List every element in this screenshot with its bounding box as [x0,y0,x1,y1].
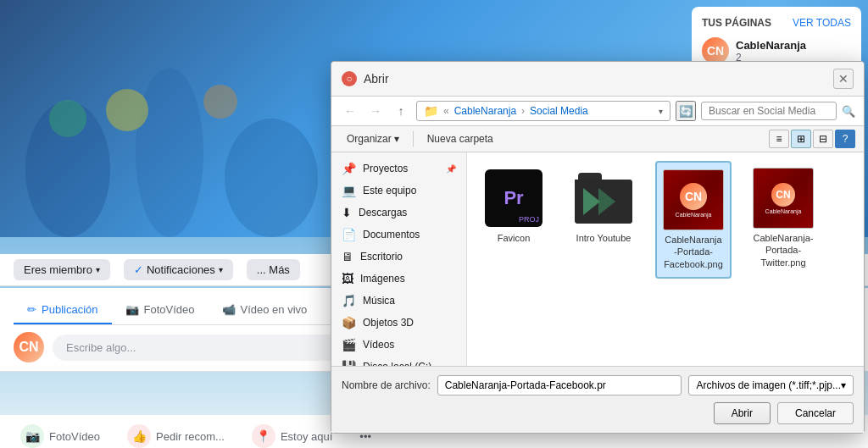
sidebar-item-videos[interactable]: 🎬 Vídeos [331,334,466,356]
desktop-icon: 🖥 [342,250,353,263]
back-button[interactable]: ← [340,101,360,121]
refresh-button[interactable]: 🔄 [676,101,696,121]
music-icon: 🎵 [342,294,356,307]
close-button[interactable]: ✕ [833,69,854,89]
dialog-overlay: ○ Abrir ✕ ← → ↑ 📁 « CableNaranja › Socia… [0,0,868,448]
new-folder-button[interactable]: Nueva carpeta [420,130,500,147]
file-item-favicon[interactable]: Pr PROJ Favicon [476,161,552,279]
cn-logo-small: CN [680,183,707,210]
file-item-twitter-portada[interactable]: CN CableNaranja CableNaranja-Portada-Twi… [745,161,821,279]
title-left: ○ Abrir [342,71,389,86]
sidebar-item-descargas[interactable]: ⬇ Descargas [331,202,466,224]
view-buttons: ≡ ⊞ ⊟ ? [769,130,855,148]
file-thumb-twitter-portada: CN CableNaranja [753,168,814,229]
proyectos-icon: 📌 [342,162,356,175]
view-details-button[interactable]: ⊞ [791,130,811,148]
disk-c-icon: 💾 [342,360,356,366]
path-arrow: › [521,105,525,117]
organize-button[interactable]: Organizar ▾ [340,130,406,147]
filename-row: Nombre de archivo: Archivos de imagen (*… [342,375,854,395]
path-separator: « [443,105,449,117]
folder-body [575,180,632,224]
cover-inner-fb: CN CableNaranja [664,170,723,230]
3d-icon: 📦 [342,316,356,329]
up-button[interactable]: ↑ [391,101,411,121]
sidebar-item-escritorio[interactable]: 🖥 Escritorio [331,246,466,268]
file-thumb-intro-youtube [573,168,634,229]
sidebar-item-objetos3d[interactable]: 📦 Objetos 3D [331,312,466,334]
file-thumb-favicon: Pr PROJ [483,168,544,229]
view-list-button[interactable]: ≡ [769,130,789,148]
view-tiles-button[interactable]: ⊟ [813,130,833,148]
pin-icon: 📌 [446,164,456,174]
file-thumb-fb-portada: CN CableNaranja [663,169,724,230]
search-icon: 🔍 [842,105,855,118]
cancel-button[interactable]: Cancelar [777,402,854,424]
cn-logo-twitter: CN [771,183,795,207]
filename-label: Nombre de archivo: [342,379,431,391]
dropdown-icon: ▾ [841,379,846,391]
filetype-select[interactable]: Archivos de imagen (*.tiff;*.pjp... ▾ [688,375,854,395]
documents-icon: 📄 [342,228,356,241]
video-icon: 🎬 [342,338,356,351]
file-name-twitter-portada: CableNaranja-Portada-Twitter.png [752,232,815,268]
twitter-thumb: CN CableNaranja [753,168,814,229]
path-social-media[interactable]: Social Media [530,105,588,117]
sidebar-item-documentos[interactable]: 📄 Documentos [331,224,466,246]
file-name-fb-portada: CableNaranja-Portada-Facebook.png [664,234,723,270]
path-dropdown-icon[interactable]: ▾ [659,107,663,116]
cover-thumb-fb: CN CableNaranja [663,169,724,230]
dialog-titlebar: ○ Abrir ✕ [331,62,864,97]
address-path[interactable]: 📁 « CableNaranja › Social Media ▾ [416,101,670,121]
dialog-title: Abrir [364,72,389,86]
toolbar-separator [413,131,414,147]
dropdown-arrow-icon: ▾ [394,133,399,145]
folder-icon: 📁 [424,104,438,118]
dialog-content: 📌 Proyectos 📌 💻 Este equipo ⬇ Descargas … [331,152,864,366]
computer-icon: 💻 [342,184,356,197]
file-item-fb-portada[interactable]: CN CableNaranja CableNaranja-Portada-Fac… [655,161,732,279]
images-icon: 🖼 [342,272,353,285]
dialog-sidebar: 📌 Proyectos 📌 💻 Este equipo ⬇ Descargas … [331,152,467,366]
help-button[interactable]: ? [835,130,855,148]
sidebar-item-imagenes[interactable]: 🖼 Imágenes [331,268,466,290]
sidebar-item-diskc[interactable]: 💾 Disco local (C:) [331,356,466,366]
file-name-favicon: Favicon [498,232,531,244]
dialog-toolbar: Organizar ▾ Nueva carpeta ≡ ⊞ ⊟ ? [331,126,864,152]
dialog-bottom: Nombre de archivo: Archivos de imagen (*… [331,366,864,433]
open-file-dialog: ○ Abrir ✕ ← → ↑ 📁 « CableNaranja › Socia… [331,61,865,434]
search-input[interactable] [701,102,837,120]
file-item-intro-youtube[interactable]: Intro Youtube [565,161,642,279]
sidebar-item-proyectos[interactable]: 📌 Proyectos 📌 [331,158,466,180]
premiere-icon: Pr PROJ [485,169,542,227]
opera-icon: ○ [342,71,357,86]
filename-input[interactable] [437,375,682,395]
address-bar: ← → ↑ 📁 « CableNaranja › Social Media ▾ … [331,97,864,126]
path-cable-naranja[interactable]: CableNaranja [454,105,516,117]
sidebar-item-equipo[interactable]: 💻 Este equipo [331,180,466,202]
download-icon: ⬇ [342,206,352,219]
open-button[interactable]: Abrir [714,402,771,424]
file-grid: Pr PROJ Favicon [467,152,864,366]
file-name-intro-youtube: Intro Youtube [576,232,632,244]
sidebar-item-musica[interactable]: 🎵 Música [331,290,466,312]
forward-button[interactable]: → [365,101,386,121]
action-row: Abrir Cancelar [342,402,854,424]
